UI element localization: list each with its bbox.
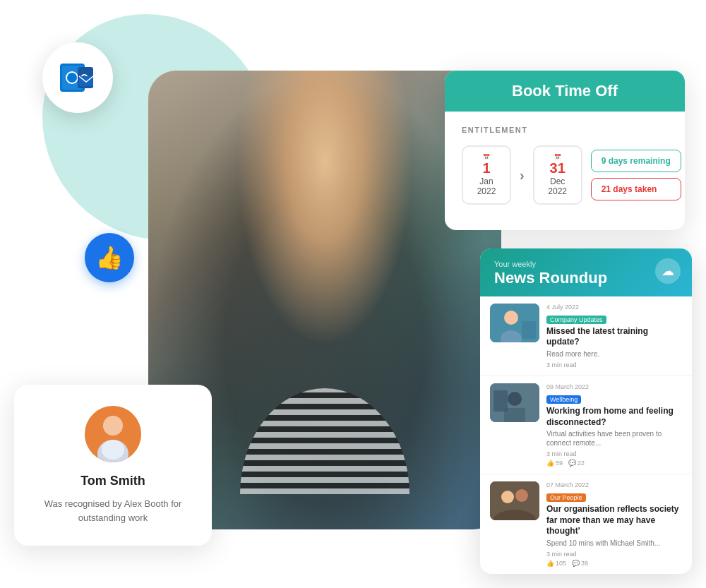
news-articles-list: 4 July 2022 Company Updates Missed the l… (480, 296, 692, 574)
article-3-desc: Spend 10 mins with Michael Smith... (546, 539, 682, 548)
status-badges: 9 days remaining 21 days taken (591, 150, 681, 200)
article-2-desc: Virtual activities have been proven to c… (546, 429, 682, 448)
news-article-2[interactable]: 09 March 2022 Wellbeing Working from hom… (480, 376, 692, 474)
svg-point-12 (504, 311, 518, 325)
svg-point-3 (67, 73, 77, 83)
svg-rect-18 (493, 390, 508, 412)
svg-point-10 (102, 440, 124, 460)
avatar-image (85, 406, 141, 462)
book-time-header[interactable]: Book Time Off (445, 71, 685, 112)
svg-point-16 (508, 392, 522, 406)
calendar-icon-end: 📅 (544, 154, 571, 160)
news-article-3-content: 07 March 2022 Our People Our organisatio… (546, 481, 682, 567)
article-1-date: 4 July 2022 (546, 304, 682, 311)
entitlement-label: ENTITLEMENT (462, 126, 668, 134)
article-3-comments: 39 (581, 560, 588, 567)
date-range: 📅 1 Jan 2022 › 📅 31 Dec 2022 9 days rema… (462, 145, 668, 205)
recognition-person-name: Tom Smith (31, 474, 195, 488)
news-weekly-label: Your weekly (494, 260, 678, 268)
end-month: Dec (544, 176, 571, 186)
thumbsup-button[interactable]: 👍 (85, 233, 134, 282)
date-range-arrow: › (520, 167, 525, 184)
article-2-date: 09 March 2022 (546, 383, 682, 390)
article-3-date: 07 March 2022 (546, 481, 682, 488)
outlook-card[interactable]: O (42, 42, 113, 113)
article-3-likes: 105 (556, 560, 566, 567)
book-time-card: Book Time Off ENTITLEMENT 📅 1 Jan 2022 ›… (445, 71, 685, 230)
cloud-icon: ☁ (655, 258, 681, 284)
article-2-comments: 22 (578, 460, 585, 467)
news-title: News Roundup (494, 270, 678, 287)
news-article-2-content: 09 March 2022 Wellbeing Working from hom… (546, 383, 682, 467)
days-taken-badge: 21 days taken (591, 178, 681, 200)
start-date-number: 1 (473, 160, 500, 176)
end-year: 2022 (544, 186, 571, 196)
news-article-1-content: 4 July 2022 Company Updates Missed the l… (546, 304, 682, 368)
calendar-icon-start: 📅 (473, 154, 500, 160)
svg-point-21 (515, 489, 528, 502)
news-article-3-image (490, 481, 539, 520)
recognition-description: Was recognised by Alex Booth for outstan… (31, 497, 195, 524)
book-time-body: ENTITLEMENT 📅 1 Jan 2022 › 📅 31 Dec 2022… (445, 112, 685, 230)
svg-rect-14 (522, 321, 536, 339)
outlook-icon: O (56, 56, 99, 99)
article-2-icons: 👍59 💬22 (546, 460, 682, 467)
article-1-desc: Read more here. (546, 349, 682, 359)
article-3-icons: 👍105 💬39 (546, 560, 682, 567)
book-time-title: Book Time Off (512, 82, 618, 100)
end-date-number: 31 (544, 160, 571, 176)
article-1-tag: Company Updates (546, 316, 606, 324)
avatar (85, 406, 141, 462)
days-remaining-badge: 9 days remaining (591, 150, 681, 172)
news-roundup-card: Your weekly News Roundup ☁ 4 July 2022 C… (480, 248, 692, 574)
article-3-tag: Our People (546, 493, 586, 502)
news-article-1[interactable]: 4 July 2022 Company Updates Missed the l… (480, 296, 692, 376)
start-date-box[interactable]: 📅 1 Jan 2022 (462, 145, 511, 205)
news-article-1-image (490, 304, 539, 342)
article-3-title: Our organisation reflects society far mo… (546, 504, 682, 537)
news-article-3[interactable]: 07 March 2022 Our People Our organisatio… (480, 474, 692, 574)
thumbsup-icon: 👍 (95, 246, 124, 269)
recognition-card: Tom Smith Was recognised by Alex Booth f… (14, 385, 212, 546)
news-header: Your weekly News Roundup ☁ (480, 248, 692, 296)
start-month: Jan (473, 176, 500, 186)
end-date-box[interactable]: 📅 31 Dec 2022 (533, 145, 582, 205)
article-1-meta: 3 min read (546, 361, 682, 368)
start-year: 2022 (473, 186, 500, 196)
article-2-tag: Wellbeing (546, 395, 581, 404)
article-2-likes: 59 (556, 460, 563, 467)
svg-point-8 (103, 416, 123, 436)
article-2-meta: 3 min read (546, 450, 682, 457)
svg-point-20 (501, 491, 514, 503)
news-article-2-image (490, 383, 539, 422)
article-3-meta: 3 min read (546, 551, 682, 558)
article-1-title: Missed the latest training update? (546, 326, 682, 348)
article-2-title: Working from home and feeling disconnect… (546, 406, 682, 428)
